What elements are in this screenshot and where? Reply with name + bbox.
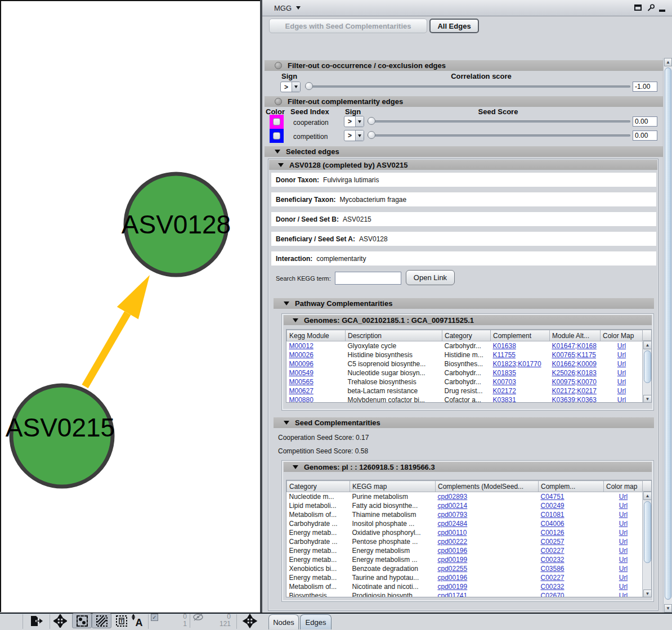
table-link[interactable]: K01662;K0009 (552, 360, 597, 368)
slider-thumb[interactable] (368, 131, 375, 139)
pathway-complementarities-header[interactable]: Pathway Complementarities (274, 298, 654, 309)
seed-genomes-header[interactable]: Genomes: pl : : 1260918.5 : 1819566.3 (284, 462, 652, 472)
slider-track[interactable] (368, 120, 630, 123)
tab-nodes[interactable]: Nodes (268, 614, 299, 629)
color-picker-button[interactable] (273, 132, 280, 140)
table-row[interactable]: Energy metab...Energy metabolism ...cpd0… (287, 555, 643, 564)
table-link[interactable]: M00026 (289, 351, 313, 359)
table-row[interactable]: Metabolism of...Nicotinate and nicoti...… (287, 582, 643, 591)
table-link[interactable]: C03586 (541, 565, 565, 573)
table-link[interactable]: Url (617, 342, 626, 350)
column-header[interactable]: KEGG map (350, 481, 436, 492)
table-link[interactable]: Url (619, 493, 628, 501)
table-link[interactable]: Url (619, 520, 628, 528)
table-link[interactable]: C00227 (541, 547, 565, 555)
collapse-icon[interactable] (284, 302, 289, 305)
table-row[interactable]: Lipid metaboli...Fatty acid biosynthe...… (287, 501, 643, 510)
table-link[interactable]: cpd00214 (438, 502, 468, 510)
scrollbar-thumb[interactable] (644, 350, 651, 383)
table-link[interactable]: K00703 (493, 378, 516, 386)
slider-thumb[interactable] (368, 117, 375, 125)
table-link[interactable]: K02172 (493, 387, 516, 395)
table-row[interactable]: Energy metab...Taurine and hypotau...cpd… (287, 573, 643, 582)
scroll-down-icon[interactable]: ▼ (643, 590, 652, 597)
collapse-icon[interactable] (293, 318, 298, 322)
column-header[interactable]: Complement (491, 330, 550, 341)
cooperation-sign-select[interactable]: > (344, 116, 364, 127)
minimize-icon[interactable] (659, 10, 665, 12)
table-row[interactable]: Metabolism of...Thiamine metabolismcpd00… (287, 510, 643, 519)
table-link[interactable]: Url (619, 511, 628, 519)
pathway-genomes-header[interactable]: Genomes: GCA_002102185.1 : GCA_009711525… (284, 315, 652, 325)
export-network-button[interactable] (26, 613, 46, 628)
table-link[interactable]: K00975;K0070 (552, 378, 597, 386)
column-header[interactable]: Color Map (601, 330, 643, 341)
panel-menu-caret[interactable] (296, 6, 301, 10)
filter-complementarity-header[interactable]: Filter-out complementarity edges (265, 96, 663, 107)
filter-complementarity-toggle-icon[interactable] (275, 98, 282, 105)
table-link[interactable]: K01835 (493, 369, 516, 377)
table-row[interactable]: Energy metab...Oxidative phosphoryl...cp… (287, 528, 643, 537)
seed-complementarities-header[interactable]: Seed Complementarities (274, 417, 654, 428)
select-nodes-button[interactable] (72, 613, 92, 628)
table-link[interactable]: Url (619, 574, 628, 582)
table-row[interactable]: Nucleotide m...Purine metabolismcpd02893… (287, 492, 643, 502)
table-link[interactable]: cpd00196 (438, 574, 468, 582)
table-link[interactable]: Url (617, 351, 626, 359)
table-link[interactable]: K01647;K0168 (552, 342, 597, 350)
search-kegg-input[interactable] (335, 272, 401, 285)
scrollbar-thumb[interactable] (644, 501, 651, 563)
slider-track[interactable] (305, 86, 630, 88)
table-link[interactable]: K00765;K1175 (552, 351, 597, 359)
table-link[interactable]: K01638 (493, 342, 516, 350)
edge-arrow-shaft[interactable] (82, 311, 131, 388)
table-link[interactable]: C00232 (541, 583, 565, 591)
table-link[interactable]: M00012 (289, 342, 313, 350)
tab-edges[interactable]: Edges (300, 614, 331, 629)
table-link[interactable]: M00565 (289, 378, 313, 386)
table-link[interactable]: M00549 (289, 369, 313, 377)
correlation-score-slider[interactable] (305, 82, 630, 92)
cooperation-score-slider[interactable] (368, 116, 630, 127)
pin-icon[interactable] (647, 3, 656, 12)
scroll-down-icon[interactable]: ▼ (643, 395, 652, 403)
table-row[interactable]: Carbohydrate ...Inositol phosphate ...cp… (287, 519, 643, 528)
scroll-up-icon[interactable]: ▲ (643, 341, 652, 349)
table-link[interactable]: Url (619, 502, 628, 510)
table-link[interactable]: K03639;K0363 (552, 396, 597, 403)
panel-scrollbar[interactable]: ▲ ▼ (663, 58, 672, 613)
table-link[interactable]: Url (617, 360, 626, 368)
edge-arrow-head[interactable] (117, 275, 150, 320)
column-header[interactable]: Category (442, 330, 491, 341)
column-header[interactable]: Description (346, 330, 442, 341)
scroll-up-icon[interactable]: ▲ (643, 492, 652, 500)
table-link[interactable]: Url (617, 396, 626, 403)
float-window-icon[interactable] (634, 4, 642, 11)
competition-sign-select[interactable]: > (344, 130, 364, 141)
table-link[interactable]: C00249 (541, 502, 565, 510)
table-link[interactable]: cpd00793 (438, 511, 468, 519)
table-link[interactable]: Url (619, 592, 628, 597)
filter-cooccurrence-header[interactable]: Filter-out co-occurrence / co-exclusion … (265, 60, 663, 71)
collapse-icon[interactable] (284, 421, 289, 425)
combo-arrow-icon[interactable] (355, 130, 364, 141)
edges-with-seed-complementarities-button[interactable]: Edges with Seed Complementarities (269, 19, 427, 33)
edge-title-header[interactable]: ASV0128 (completed by) ASV0215 (269, 160, 657, 170)
table-row[interactable]: M00565Trehalose biosynthesisCarbohydr...… (287, 377, 643, 386)
collapse-icon[interactable] (275, 150, 280, 154)
fit-selection-button[interactable] (240, 613, 259, 628)
cooperation-score-field[interactable] (633, 116, 657, 127)
column-header[interactable]: Kegg Module (287, 330, 346, 341)
select-edges-button[interactable] (92, 613, 111, 628)
column-header[interactable]: Color map (604, 481, 643, 492)
table-link[interactable]: K03831 (493, 396, 516, 403)
table-link[interactable]: Url (619, 529, 628, 537)
table-link[interactable]: C04006 (541, 520, 565, 528)
scroll-up-icon[interactable]: ▲ (664, 58, 672, 66)
table-link[interactable]: C00126 (541, 529, 565, 537)
slider-thumb[interactable] (305, 82, 313, 90)
competition-score-field[interactable] (633, 130, 657, 141)
competition-color-swatch[interactable] (270, 129, 284, 143)
table-link[interactable]: C01081 (541, 511, 565, 519)
table-row[interactable]: Biosynthesis ...Prodigiosin biosynth...c… (287, 591, 643, 597)
